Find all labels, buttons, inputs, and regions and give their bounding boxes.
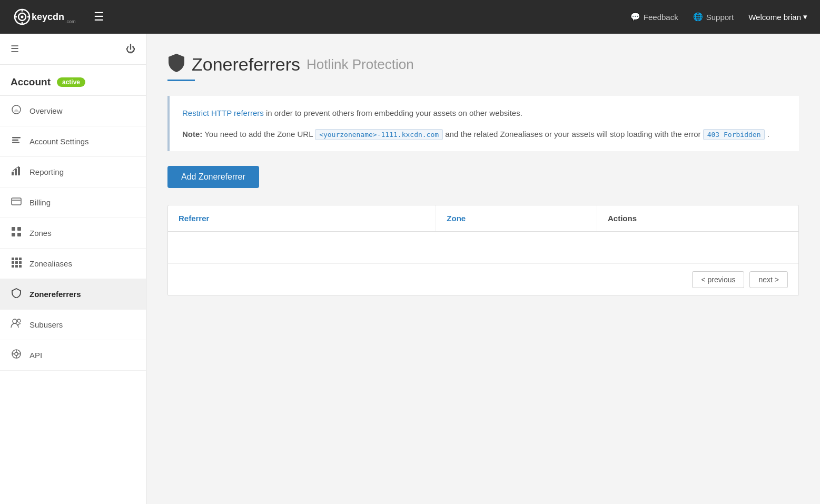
sidebar-item-overview[interactable]: Overview [0, 96, 146, 126]
zonereferrers-table: Referrer Zone Actions < previous next > [167, 205, 799, 296]
feedback-label: Feedback [644, 13, 678, 22]
sidebar-item-zonealiases[interactable]: Zonealiases [0, 249, 146, 279]
sidebar-item-zonereferrers[interactable]: Zonereferrers [0, 279, 146, 310]
svg-text:keycdn: keycdn [32, 12, 64, 22]
error-code: 403 Forbidden [703, 129, 765, 140]
svg-rect-17 [12, 200, 21, 201]
support-label: Support [706, 13, 734, 22]
sidebar-item-label: Billing [29, 198, 51, 207]
svg-rect-22 [12, 258, 14, 260]
svg-rect-13 [12, 172, 14, 175]
svg-rect-21 [17, 233, 21, 236]
svg-rect-26 [15, 261, 18, 264]
note-text-1: You need to add the Zone URL [204, 130, 315, 139]
zones-icon [11, 226, 22, 240]
billing-icon [11, 196, 22, 209]
sidebar-item-label: Zonereferrers [29, 290, 81, 299]
table-footer: < previous next > [168, 263, 798, 295]
support-link[interactable]: 🌐 Support [693, 12, 734, 22]
svg-rect-25 [12, 261, 14, 264]
svg-rect-19 [17, 227, 21, 231]
table-empty-row [168, 232, 798, 263]
note-text-2: and the related Zonealiases or your asse… [445, 130, 703, 139]
sidebar-top: ☰ ⏻ [0, 34, 146, 65]
svg-rect-20 [12, 233, 15, 236]
account-label: Account [11, 76, 51, 88]
svg-rect-30 [19, 265, 22, 268]
svg-point-2 [21, 16, 24, 18]
svg-rect-12 [12, 142, 19, 144]
svg-rect-14 [15, 169, 17, 175]
welcome-label: Welcome brian [748, 13, 801, 22]
power-icon[interactable]: ⏻ [126, 44, 135, 55]
account-status-badge: active [57, 77, 85, 87]
chevron-down-icon: ▾ [803, 12, 807, 22]
title-underline [167, 80, 195, 81]
column-zone: Zone [436, 205, 597, 231]
svg-rect-10 [12, 137, 21, 139]
zone-url-code: <yourzonename>-1111.kxcdn.com [315, 129, 443, 140]
sidebar-item-label: API [29, 351, 42, 360]
topnav-right: 💬 Feedback 🌐 Support Welcome brian ▾ [630, 12, 807, 22]
sidebar: ☰ ⏻ Account active Overview Account Sett… [0, 34, 146, 504]
subusers-icon [11, 318, 22, 331]
info-text-2: in order to prevent others from embeddin… [264, 108, 522, 117]
svg-rect-23 [15, 258, 18, 260]
feedback-icon: 💬 [630, 12, 640, 22]
support-icon: 🌐 [693, 12, 703, 22]
svg-rect-11 [12, 140, 18, 141]
sidebar-item-label: Zones [29, 229, 52, 238]
zonealiases-icon [11, 257, 22, 270]
page-title: Zonereferrers [192, 54, 300, 75]
top-navigation: keycdn .com ☰ 💬 Feedback 🌐 Support Welco… [0, 0, 820, 34]
svg-rect-27 [19, 261, 22, 264]
note-text-3: . [767, 130, 769, 139]
shield-icon [167, 53, 185, 76]
note-bold: Note: [182, 130, 202, 139]
svg-point-31 [13, 319, 17, 323]
svg-point-34 [15, 352, 18, 355]
sidebar-menu-icon[interactable]: ☰ [11, 43, 19, 55]
add-zonereferrer-button[interactable]: Add Zonereferrer [167, 166, 259, 188]
zonereferrers-icon [11, 288, 22, 301]
main-content: Zonereferrers Hotlink Protection Restric… [146, 34, 820, 504]
sidebar-item-reporting[interactable]: Reporting [0, 157, 146, 187]
previous-button[interactable]: < previous [692, 271, 744, 288]
restrict-http-referrers-link[interactable]: Restrict HTTP referrers [182, 108, 264, 117]
svg-text:.com: .com [65, 19, 76, 24]
page-subtitle: Hotlink Protection [307, 56, 414, 73]
sidebar-item-zones[interactable]: Zones [0, 218, 146, 249]
page-header: Zonereferrers Hotlink Protection [167, 53, 799, 76]
svg-rect-28 [12, 265, 14, 268]
account-settings-icon [11, 135, 22, 148]
svg-rect-15 [18, 167, 20, 175]
sidebar-item-subusers[interactable]: Subusers [0, 310, 146, 340]
next-button[interactable]: next > [749, 271, 788, 288]
svg-point-32 [17, 319, 21, 322]
api-icon [11, 349, 22, 362]
info-box: Restrict HTTP referrers in order to prev… [167, 96, 799, 151]
account-section: Account active [0, 65, 146, 96]
logo[interactable]: keycdn .com [13, 7, 81, 26]
sidebar-item-account-settings[interactable]: Account Settings [0, 126, 146, 157]
svg-rect-29 [15, 265, 18, 268]
svg-rect-16 [12, 198, 21, 205]
sidebar-item-label: Zonealiases [29, 259, 72, 268]
main-layout: ☰ ⏻ Account active Overview Account Sett… [0, 34, 820, 504]
feedback-link[interactable]: 💬 Feedback [630, 12, 678, 22]
sidebar-item-label: Overview [29, 106, 63, 115]
sidebar-navigation: Overview Account Settings Reporting Bill… [0, 96, 146, 504]
sidebar-item-label: Account Settings [29, 137, 89, 146]
sidebar-item-api[interactable]: API [0, 340, 146, 371]
svg-rect-18 [12, 227, 15, 231]
column-actions: Actions [597, 205, 798, 231]
sidebar-item-billing[interactable]: Billing [0, 187, 146, 218]
overview-icon [11, 104, 22, 117]
sidebar-item-label: Reporting [29, 167, 64, 176]
user-menu[interactable]: Welcome brian ▾ [748, 12, 807, 22]
hamburger-menu-icon[interactable]: ☰ [94, 10, 104, 24]
svg-rect-24 [19, 258, 22, 260]
table-header: Referrer Zone Actions [168, 205, 798, 232]
sidebar-item-label: Subusers [29, 320, 63, 329]
column-referrer: Referrer [168, 205, 436, 231]
